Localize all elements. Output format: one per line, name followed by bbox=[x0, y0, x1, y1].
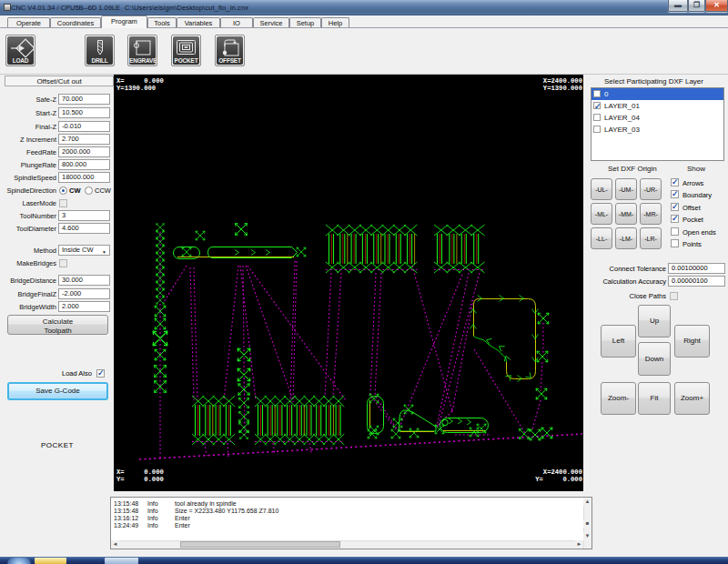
svg-text:Y=1390.000: Y=1390.000 bbox=[543, 85, 582, 92]
svg-text:Y= 0.000: Y= 0.000 bbox=[535, 476, 582, 483]
svg-text:X= 0.000: X= 0.000 bbox=[116, 468, 164, 476]
svg-text:X=2400.000: X=2400.000 bbox=[543, 468, 582, 476]
svg-text:Y=1390.000: Y=1390.000 bbox=[116, 85, 156, 92]
svg-text:X=2400.000: X=2400.000 bbox=[543, 77, 582, 85]
svg-text:X= 0.000: X= 0.000 bbox=[116, 77, 164, 85]
svg-text:Y= 0.000: Y= 0.000 bbox=[116, 476, 164, 483]
